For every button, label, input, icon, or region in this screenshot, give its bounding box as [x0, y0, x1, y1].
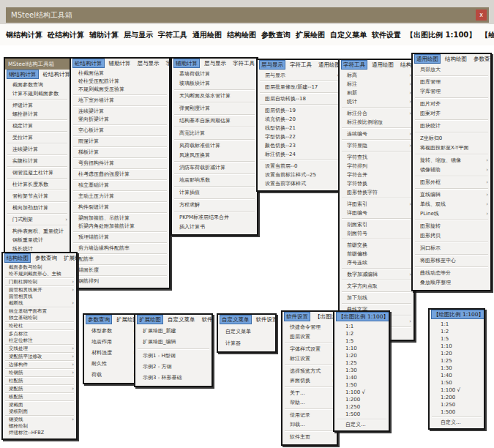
- menu-item[interactable]: 幕墙荷载计算: [172, 70, 257, 79]
- menu-item[interactable]: 玻璃板块计算: [172, 79, 257, 89]
- menu-item[interactable]: 焊缝标注--HFBZ: [3, 430, 76, 436]
- menu-item[interactable]: 设置当前标注样式--25: [258, 171, 341, 179]
- menu-item[interactable]: 耐久性›: [84, 359, 138, 370]
- menu-tab[interactable]: 辅助计算: [174, 59, 199, 67]
- menubar-item[interactable]: 自定义菜单: [330, 30, 367, 40]
- menu-tab[interactable]: 【出图比例 1:100】: [337, 313, 389, 321]
- menu-tab[interactable]: 自定义菜单: [220, 316, 251, 324]
- menu-item[interactable]: 洞口标示: [413, 244, 490, 253]
- menubar-item[interactable]: 辅助计算: [89, 30, 119, 40]
- menu-tab[interactable]: 参数查询: [472, 55, 490, 63]
- menu-item[interactable]: 计算插值: [172, 188, 257, 198]
- menu-item[interactable]: 1:500: [430, 408, 484, 416]
- menu-item[interactable]: 剪力墙边缘构件配筋率: [71, 244, 169, 253]
- menubar-item[interactable]: 结构绘图: [227, 30, 256, 40]
- menu-item[interactable]: 1:5: [334, 337, 389, 345]
- menu-tab[interactable]: 层与显示: [136, 59, 161, 67]
- menubar-item[interactable]: 【出图比例 1:100】: [406, 30, 476, 40]
- menu-item[interactable]: 文字方向点取: [340, 282, 413, 291]
- menu-item[interactable]: 1:250: [334, 403, 389, 411]
- menu-item[interactable]: 图形拷贝: [413, 231, 490, 241]
- menu-item[interactable]: 图形替换字符: [340, 188, 413, 197]
- menu-tab[interactable]: 结构绘图: [444, 55, 468, 63]
- menu-item[interactable]: 单线、双线›: [413, 200, 490, 209]
- menu-tab[interactable]: 钢结构计算: [7, 70, 38, 78]
- menu-item[interactable]: 1:10: [334, 345, 389, 352]
- menu-item[interactable]: 结构基本自振周期估算: [172, 116, 257, 126]
- menu-item[interactable]: 标高›: [340, 71, 413, 80]
- menu-item[interactable]: 柱考虑压曲的强度计算: [71, 171, 169, 179]
- menu-item[interactable]: 钢梁线›: [3, 417, 76, 423]
- menu-item[interactable]: 绘砼柱: [3, 323, 76, 329]
- menu-item[interactable]: 不规则截面受压验算: [71, 86, 169, 94]
- menu-item[interactable]: 1:2: [430, 328, 484, 335]
- menu-item[interactable]: 插入计算书: [172, 223, 257, 232]
- menu-item[interactable]: 标注切换--24: [258, 150, 341, 159]
- menu-item[interactable]: 材料强度›: [84, 348, 138, 359]
- menu-item[interactable]: 地下室外墙计算: [71, 97, 169, 105]
- menu-tab[interactable]: 结构绘图: [5, 254, 30, 262]
- menu-item[interactable]: 风速风压换算: [172, 151, 257, 160]
- menu-item[interactable]: 字符合并: [340, 171, 413, 179]
- menu-item[interactable]: 直线编辑›: [413, 190, 490, 200]
- menu-item[interactable]: 数字加减编辑›: [340, 270, 413, 279]
- menu-item[interactable]: 设置当前字体样式: [258, 179, 341, 188]
- menu-item[interactable]: 实腹柱计算: [5, 157, 70, 165]
- menu-tab[interactable]: 【绘图比例 1:100】: [432, 310, 484, 318]
- menu-item[interactable]: 设置当前层--0: [258, 162, 341, 171]
- menu-item[interactable]: 连续编号›: [340, 130, 413, 138]
- menu-item[interactable]: 梁配筋›: [3, 386, 76, 392]
- menu-item[interactable]: 扩展绘图_新建: [135, 326, 212, 337]
- menu-item[interactable]: 梁配筋平法修改›: [3, 354, 76, 360]
- menu-tab[interactable]: 通用绘图: [370, 61, 395, 69]
- menu-item[interactable]: 扩展绘图_编辑: [135, 337, 212, 348]
- menu-item[interactable]: 1:5: [430, 335, 484, 343]
- menu-item[interactable]: 字符排列: [340, 162, 413, 171]
- menu-item[interactable]: 字库管理: [413, 87, 490, 97]
- menu-item[interactable]: 主动土压力计算: [71, 193, 169, 201]
- menu-item[interactable]: 1:40: [334, 374, 389, 381]
- menu-item[interactable]: 前缀偏移: [340, 250, 413, 258]
- menu-item[interactable]: 1:30: [334, 367, 389, 374]
- menu-item[interactable]: 统计›: [340, 97, 413, 106]
- menu-item[interactable]: 自定义菜单: [218, 326, 275, 337]
- menu-item[interactable]: 1:25: [334, 359, 389, 367]
- menu-tab[interactable]: 字符: [165, 59, 170, 67]
- menu-item[interactable]: 标注›: [340, 80, 413, 89]
- menu-item[interactable]: 字型切换--22: [258, 132, 341, 141]
- menu-item[interactable]: 独立基础计算: [71, 182, 169, 190]
- menu-item[interactable]: 1:30: [430, 365, 484, 372]
- menu-item[interactable]: 受拉计算: [5, 133, 70, 142]
- menu-item[interactable]: 层与显示›: [258, 71, 341, 80]
- menu-tab[interactable]: 层与显示: [260, 61, 285, 69]
- menu-tab[interactable]: 字符工具: [288, 61, 313, 69]
- menu-item[interactable]: 砼柱受压配筋计算: [71, 78, 169, 86]
- menu-item[interactable]: 钢筋排列: [71, 277, 169, 285]
- menu-item[interactable]: 锚固长度: [71, 266, 169, 275]
- menu-item[interactable]: 剖面符号: [340, 229, 413, 238]
- menu-item[interactable]: 详图编号: [340, 209, 413, 217]
- menubar-item[interactable]: 层与显示: [124, 30, 153, 40]
- menu-tab[interactable]: 字符工具: [231, 59, 256, 67]
- menu-item[interactable]: 1:100 √: [334, 389, 389, 396]
- menu-item[interactable]: 弯剪扭构件计算: [71, 160, 169, 168]
- menu-item[interactable]: 横向加劲肋计算: [5, 204, 70, 212]
- menu-tab[interactable]: 参数查询: [34, 254, 59, 262]
- menu-item[interactable]: 1:40: [430, 372, 484, 379]
- menu-item[interactable]: 1:25: [430, 357, 484, 365]
- menu-item[interactable]: 1:100 √: [430, 387, 484, 394]
- menubar-item[interactable]: 软件设置: [372, 30, 401, 40]
- menu-item[interactable]: 折梁内角处附加箍筋计算: [71, 223, 169, 231]
- menu-tab[interactable]: 辅助计算: [108, 59, 132, 67]
- menu-item[interactable]: 绘不规则截面形心、主轴: [3, 271, 76, 277]
- menu-item[interactable]: 钢板重量统计: [5, 236, 70, 244]
- menu-item[interactable]: 刷新›: [340, 89, 413, 97]
- menu-item[interactable]: 空心板计算: [71, 127, 169, 135]
- menu-tab[interactable]: 通用绘图: [415, 55, 440, 63]
- menu-item[interactable]: 软件主页: [282, 433, 337, 442]
- menu-item[interactable]: 钢管混凝土柱计算: [5, 168, 70, 177]
- menu-item[interactable]: 弹簧刚度计算: [172, 104, 257, 113]
- menu-item[interactable]: 卸载...: [282, 420, 337, 430]
- menu-item[interactable]: 序号连续: [340, 258, 413, 267]
- menu-item[interactable]: 使用记录: [282, 411, 337, 420]
